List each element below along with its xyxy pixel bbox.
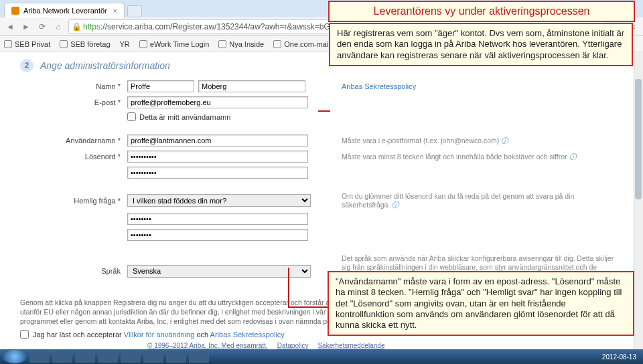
- lastname-field[interactable]: [198, 80, 305, 92]
- terms-link[interactable]: Villkor för användning: [124, 331, 195, 339]
- bookmark-icon: [139, 40, 147, 48]
- step-number: 2: [20, 59, 33, 72]
- bookmark-item[interactable]: SEB Privat: [4, 40, 50, 48]
- browser-tab[interactable]: Ariba Network Leverantör ×: [4, 3, 125, 17]
- annotation-title: Leverantörens vy under aktiveringsproces…: [328, 1, 635, 22]
- page-footer: © 1996–2012 Ariba, Inc. Med ensamrätt. D…: [147, 342, 384, 349]
- label-secretq: Hemlig fråga *: [20, 197, 121, 205]
- bookmark-icon: [218, 40, 226, 48]
- secret-answer-confirm-field[interactable]: [127, 229, 308, 241]
- section-title: Ange administratörsinformation: [40, 60, 170, 71]
- footer-security-link[interactable]: Säkerhetsmeddelande: [317, 342, 384, 349]
- bookmark-icon: [4, 40, 12, 48]
- secret-answer-field[interactable]: [127, 213, 308, 225]
- bookmark-item[interactable]: YR: [120, 40, 130, 48]
- accept-checkbox[interactable]: [20, 330, 29, 339]
- footer-datapolicy-link[interactable]: Datapolicy: [277, 342, 309, 349]
- url-protocol: https: [83, 22, 100, 31]
- email-field[interactable]: [127, 96, 308, 108]
- info-icon[interactable]: ⓘ: [501, 136, 508, 145]
- label-name: Namn *: [20, 82, 121, 90]
- label-username: Användarnamn *: [20, 136, 121, 145]
- taskbar-app-icon[interactable]: [52, 351, 72, 363]
- password-confirm-field[interactable]: [127, 167, 308, 179]
- close-icon[interactable]: ×: [113, 7, 117, 15]
- policy-link[interactable]: Aribas Sekretesspolicy: [210, 331, 285, 339]
- taskbar-app-icon[interactable]: [121, 351, 141, 363]
- bookmark-icon: [273, 40, 281, 48]
- username-field[interactable]: [127, 134, 308, 147]
- hint-secretq: Om du glömmer ditt lösenord kan du få re…: [342, 192, 623, 209]
- favicon-icon: [11, 7, 19, 15]
- password-field[interactable]: [127, 151, 308, 163]
- reload-icon[interactable]: ⟳: [36, 21, 48, 33]
- label-language: Språk: [20, 267, 121, 275]
- forward-icon[interactable]: ►: [20, 21, 32, 33]
- own-username-checkbox[interactable]: [127, 112, 136, 121]
- label-email: E-post *: [20, 98, 121, 106]
- info-icon[interactable]: ⓘ: [569, 153, 577, 161]
- bookmark-icon: [60, 40, 68, 48]
- taskbar-date: 2012-08-13: [602, 353, 640, 361]
- callout-line: [288, 268, 289, 308]
- windows-taskbar: 2012-08-13: [0, 349, 643, 364]
- hint-password: Måste vara minst 8 tecken långt och inne…: [342, 153, 623, 161]
- tab-title: Ariba Network Leverantör: [23, 7, 107, 15]
- callout-line: [318, 110, 330, 112]
- accept-label: Jag har läst och accepterar Villkor för …: [33, 331, 285, 339]
- taskbar-app-icon[interactable]: [143, 351, 163, 363]
- bookmark-item[interactable]: eWork Time Login: [139, 40, 209, 48]
- info-icon[interactable]: ⓘ: [392, 201, 399, 209]
- taskbar-app-icon[interactable]: [98, 351, 118, 363]
- lock-icon: 🔒: [72, 22, 82, 31]
- bookmark-item[interactable]: SEB företag: [60, 40, 110, 48]
- home-icon[interactable]: ⌂: [52, 21, 64, 33]
- newtab-button[interactable]: [127, 5, 142, 17]
- taskbar-app-icon[interactable]: [166, 351, 186, 363]
- taskbar-app-icon[interactable]: [189, 351, 209, 363]
- label-password: Lösenord *: [20, 153, 121, 161]
- secret-question-select[interactable]: I vilken stad föddes din mor?: [127, 194, 311, 207]
- firstname-field[interactable]: [127, 80, 194, 92]
- bookmark-item[interactable]: Nya Inside: [218, 40, 264, 48]
- own-username-label: Detta är mitt användarnamn: [139, 113, 230, 121]
- start-button[interactable]: [3, 350, 27, 363]
- language-select[interactable]: Svenska: [127, 265, 311, 278]
- scroll-thumb[interactable]: [635, 79, 642, 199]
- callout-line: [288, 306, 328, 308]
- bookmark-item[interactable]: One.com-mail: [273, 40, 330, 48]
- privacy-link[interactable]: Aribas Sekretesspolicy: [342, 82, 416, 90]
- annotation-bottom: "Användarnamn" måste vara i form av en e…: [328, 271, 634, 336]
- taskbar-app-icon[interactable]: [29, 351, 50, 363]
- scrollbar[interactable]: [634, 52, 643, 349]
- annotation-top: Här registreras vem som "äger" kontot. D…: [329, 23, 633, 66]
- back-icon[interactable]: ◄: [4, 21, 16, 33]
- hint-username: Måste vara i e-postformat (t.ex. john@ne…: [342, 136, 623, 145]
- footer-copyright: © 1996–2012 Ariba, Inc. Med ensamrätt.: [147, 342, 268, 349]
- taskbar-app-icon[interactable]: [75, 351, 95, 363]
